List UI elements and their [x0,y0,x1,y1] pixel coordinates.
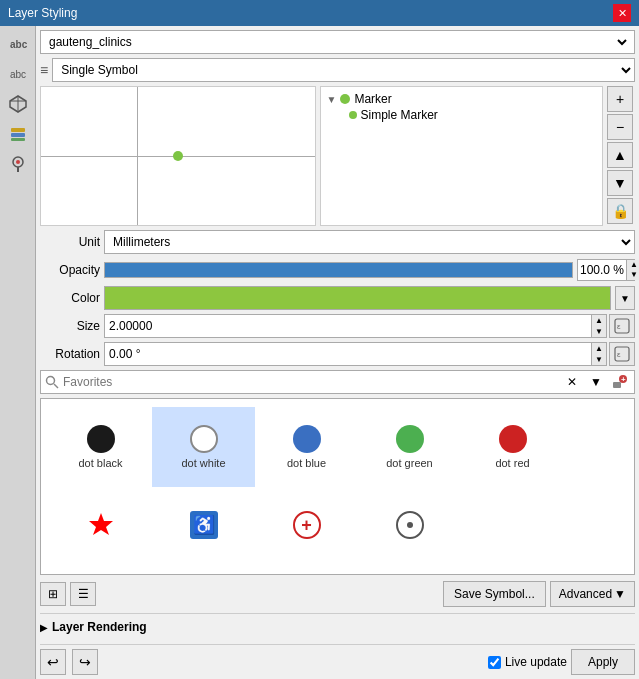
opacity-label: Opacity [40,263,100,277]
footer: ↩ ↪ Live update Apply [40,644,635,675]
sidebar-abc-lower-button[interactable]: abc [4,60,32,88]
sidebar-3d-button[interactable] [4,90,32,118]
preview-area: ▼ Marker Simple Marker + − ▲ ▼ 🔒 [40,86,635,226]
layer-select[interactable]: gauteng_clinics [45,34,630,50]
sidebar-paint-button[interactable] [4,150,32,178]
close-button[interactable]: ✕ [613,4,631,22]
tree-marker-dot [340,94,350,104]
apply-button[interactable]: Apply [571,649,635,675]
advanced-button[interactable]: Advanced ▼ [550,581,635,607]
symbol-type-icon: ≡ [40,62,48,78]
rotation-label: Rotation [40,347,100,361]
tree-add-button[interactable]: + [607,86,633,112]
symbol-dot-green[interactable]: dot green [358,407,461,487]
sidebar-layers-button[interactable] [4,120,32,148]
tree-up-button[interactable]: ▲ [607,142,633,168]
symbol-dot-black[interactable]: dot black [49,407,152,487]
tree-simple-marker-dot [349,111,357,119]
dot-green-label: dot green [386,457,432,469]
unit-row: Unit Millimeters [40,230,635,254]
symbol-dot-red[interactable]: dot red [461,407,564,487]
symbol-burst[interactable] [49,487,152,567]
list-view-button[interactable]: ☰ [70,582,96,606]
svg-text:abc: abc [10,69,26,80]
opacity-up-button[interactable]: ▲ [627,260,639,270]
color-arrow-button[interactable]: ▼ [615,286,635,310]
symbol-type-row: ≡ Single Symbol [40,58,635,82]
favorites-search-bar[interactable]: ✕ ▼ + [40,370,635,394]
opacity-down-button[interactable]: ▼ [627,270,639,280]
rotation-spinbox[interactable]: ▲ ▼ [104,342,607,366]
svg-text:abc: abc [10,39,28,50]
tree-simple-marker-item[interactable]: Simple Marker [325,107,599,123]
unit-label: Unit [40,235,100,249]
rotation-expr-button[interactable]: ε [609,342,635,366]
tree-marker-item[interactable]: ▼ Marker [325,91,599,107]
tree-expand-arrow: ▼ [327,94,337,105]
symbol-dot-white[interactable]: dot white [152,407,255,487]
rotation-input[interactable] [105,343,591,365]
size-up-button[interactable]: ▲ [592,315,606,326]
svg-rect-19 [613,382,621,388]
rotation-down-button[interactable]: ▼ [592,354,606,365]
unit-select[interactable]: Millimeters [104,230,635,254]
sidebar-abc-upper-button[interactable]: abc [4,30,32,58]
opacity-track[interactable] [104,262,573,278]
symbol-dot-blue[interactable]: dot blue [255,407,358,487]
opacity-container: ▲ ▼ [104,259,635,281]
svg-rect-6 [11,133,25,137]
layer-rendering-header[interactable]: ▶ Layer Rendering [40,618,635,636]
size-input[interactable] [105,315,591,337]
paint-icon [8,154,28,174]
advanced-label: Advanced [559,587,612,601]
size-expr-button[interactable]: ε [609,314,635,338]
rotation-row: Rotation ▲ ▼ ε [40,342,635,366]
expr-icon: ε [614,318,630,334]
tree-down-button[interactable]: ▼ [607,170,633,196]
abc-upper-icon: abc [8,34,28,54]
svg-text:+: + [621,375,626,384]
burst-icon [87,511,115,539]
tree-lock-button[interactable]: 🔒 [607,198,633,224]
size-spinbox[interactable]: ▲ ▼ [104,314,607,338]
live-update-area: Live update Apply [488,649,635,675]
opacity-input[interactable] [578,260,626,280]
dot-red-icon [499,425,527,453]
dot-black-icon [87,425,115,453]
live-update-label: Live update [505,655,567,669]
tree-remove-button[interactable]: − [607,114,633,140]
plus-circle-icon: + [293,511,321,539]
opacity-spinbox[interactable]: ▲ ▼ [577,259,635,281]
layer-dropdown[interactable]: gauteng_clinics [40,30,635,54]
search-clear-button[interactable]: ✕ [562,372,582,392]
size-container: ▲ ▼ ε [104,314,635,338]
dot-blue-icon [293,425,321,453]
size-down-button[interactable]: ▼ [592,326,606,337]
search-dropdown-button[interactable]: ▼ [586,372,606,392]
svg-rect-7 [11,138,25,141]
search-add-button[interactable]: + [610,372,630,392]
grid-view-button[interactable]: ⊞ [40,582,66,606]
wheelchair-icon: ♿ [190,511,218,539]
preview-marker-dot [173,151,183,161]
symbol-wheelchair[interactable]: ♿ [152,487,255,567]
dot-green-icon [396,425,424,453]
advanced-arrow: ▼ [614,587,626,601]
undo-button[interactable]: ↩ [40,649,66,675]
color-bar[interactable] [104,286,611,310]
redo-button[interactable]: ↪ [72,649,98,675]
save-symbol-button[interactable]: Save Symbol... [443,581,546,607]
rotation-up-button[interactable]: ▲ [592,343,606,354]
favorites-search-input[interactable] [63,375,558,389]
abc-lower-icon: abc [8,64,28,84]
symbol-grid-container[interactable]: dot black dot white dot blue dot green d… [40,398,635,575]
symbol-target[interactable] [358,487,461,567]
sidebar: abc abc [0,26,36,679]
symbol-type-select[interactable]: Single Symbol [52,58,635,82]
color-row: Color ▼ [40,286,635,310]
symbol-plus-circle[interactable]: + [255,487,358,567]
live-update-checkbox[interactable] [488,656,501,669]
svg-line-16 [54,384,58,388]
dot-white-icon [190,425,218,453]
svg-point-9 [16,160,20,164]
